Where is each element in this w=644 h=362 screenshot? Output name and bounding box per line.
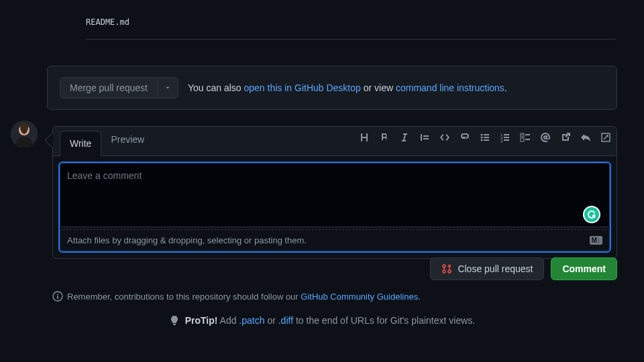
- svg-point-22: [443, 265, 445, 267]
- svg-rect-7: [484, 137, 489, 138]
- comment-textarea[interactable]: [60, 163, 610, 227]
- merge-help-text: You can also open this in GitHub Desktop…: [188, 82, 507, 93]
- lightbulb-icon: [169, 315, 180, 326]
- comment-field-wrapper: Attach files by dragging & dropping, sel…: [58, 162, 611, 253]
- cli-instructions-link[interactable]: command line instructions: [396, 82, 504, 93]
- git-pull-request-closed-icon: [441, 263, 452, 274]
- svg-rect-27: [57, 296, 58, 299]
- divider: [86, 39, 616, 40]
- diff-link[interactable]: .diff: [278, 315, 293, 326]
- svg-point-5: [481, 139, 483, 141]
- community-guidelines-link[interactable]: GitHub Community Guidelines: [301, 292, 418, 302]
- markdown-badge-icon[interactable]: M↓: [590, 236, 602, 245]
- numbered-list-icon[interactable]: 123: [500, 132, 511, 143]
- tab-write[interactable]: Write: [60, 131, 101, 156]
- svg-rect-16: [525, 134, 530, 135]
- comment-composer: Write Preview 123 Attach files by: [52, 126, 617, 259]
- svg-rect-6: [484, 134, 489, 135]
- svg-rect-2: [16, 137, 32, 147]
- tab-preview[interactable]: Preview: [101, 127, 154, 156]
- cross-reference-icon[interactable]: [560, 132, 571, 143]
- grammarly-icon[interactable]: [583, 206, 600, 225]
- changed-file-header: README.md: [86, 16, 617, 40]
- svg-rect-14: [504, 139, 509, 141]
- bold-icon[interactable]: [379, 132, 390, 143]
- merge-pull-request-button[interactable]: Merge pull request: [60, 77, 158, 99]
- patch-link[interactable]: .patch: [239, 315, 264, 326]
- suggestion-icon[interactable]: [600, 132, 611, 143]
- info-icon: [52, 291, 63, 302]
- svg-point-21: [584, 207, 599, 222]
- caret-down-icon: [164, 84, 171, 91]
- svg-rect-12: [504, 134, 509, 135]
- svg-point-26: [57, 294, 58, 295]
- file-name-label: README.md: [86, 17, 129, 27]
- comment-tab-bar: Write Preview 123: [53, 127, 616, 156]
- link-icon[interactable]: [460, 132, 470, 143]
- svg-point-23: [443, 270, 445, 273]
- close-pull-request-button[interactable]: Close pull request: [430, 257, 544, 280]
- task-list-icon[interactable]: [520, 132, 531, 143]
- mention-icon[interactable]: [540, 132, 551, 143]
- merge-panel: Merge pull request You can also open thi…: [47, 66, 617, 110]
- guidelines-note: Remember, contributions to this reposito…: [52, 291, 617, 302]
- quote-icon[interactable]: [419, 132, 430, 143]
- bullet-list-icon[interactable]: [480, 132, 490, 143]
- svg-rect-18: [525, 139, 530, 140]
- attach-hint: Attach files by dragging & dropping, sel…: [67, 235, 307, 245]
- comment-actions: Close pull request Comment: [52, 257, 617, 280]
- italic-icon[interactable]: [399, 132, 410, 143]
- avatar[interactable]: [11, 121, 38, 147]
- protip: ProTip! Add .patch or .diff to the end o…: [0, 315, 644, 326]
- open-desktop-link[interactable]: open this in GitHub Desktop: [244, 82, 361, 93]
- reply-icon[interactable]: [580, 132, 591, 143]
- svg-rect-13: [504, 137, 509, 138]
- svg-point-4: [481, 137, 483, 139]
- svg-rect-17: [521, 138, 524, 141]
- svg-text:3: 3: [500, 139, 503, 143]
- svg-rect-8: [484, 139, 489, 141]
- heading-icon[interactable]: [359, 132, 370, 143]
- merge-dropdown-button[interactable]: [158, 77, 178, 99]
- svg-point-3: [481, 134, 483, 136]
- markdown-toolbar: 123: [359, 132, 611, 143]
- svg-point-24: [448, 270, 451, 273]
- comment-button[interactable]: Comment: [551, 257, 617, 280]
- merge-button-group: Merge pull request: [60, 77, 178, 99]
- code-icon[interactable]: [439, 132, 450, 143]
- attach-bar[interactable]: Attach files by dragging & dropping, sel…: [60, 229, 610, 251]
